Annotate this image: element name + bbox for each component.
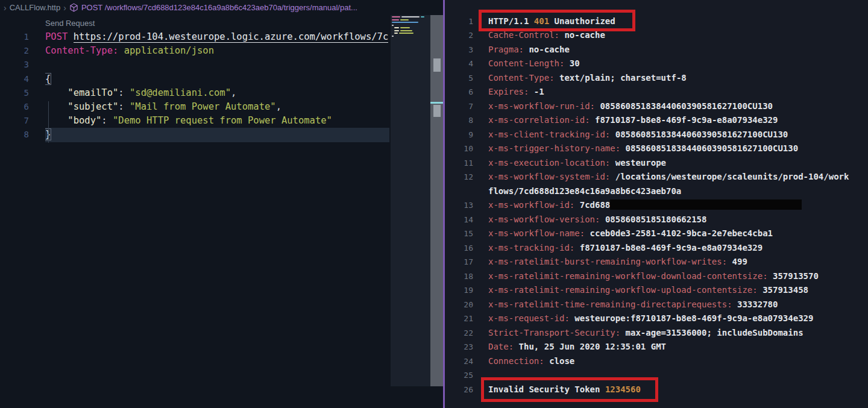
request-line[interactable]: 7 "body": "Demo HTTP request from Power …	[0, 114, 389, 128]
response-line: 15x-ms-workflow-name: cceb0de3-2581-4102…	[445, 227, 868, 241]
response-line: 14x-ms-workflow-version: 085860851851806…	[445, 213, 868, 227]
line-number: 14	[445, 213, 473, 227]
code-segment: westeurope:f8710187-b8e8-469f-9c9a-e8a07…	[574, 313, 813, 323]
minimap-mark	[399, 33, 414, 34]
request-editor-pane: › CALLFlow.http › POST /workflows/7cd688…	[0, 0, 443, 408]
breadcrumb-file[interactable]: CALLFlow.http	[10, 3, 61, 12]
vscode-editor-window: › CALLFlow.http › POST /workflows/7cd688…	[0, 0, 868, 408]
request-line[interactable]: 2Content-Type: application/json	[0, 44, 389, 58]
code-segment: 08586085183844060390581627100CU130	[615, 130, 788, 139]
response-line: 17x-ms-ratelimit-burst-remaining-workflo…	[445, 255, 868, 269]
minimap-line	[392, 36, 430, 37]
line-content: x-ms-workflow-name: cceb0de3-2581-4102-9…	[488, 227, 868, 241]
line-number: 12	[445, 170, 473, 184]
minimap-mark	[392, 22, 418, 23]
line-number: 20	[445, 298, 473, 312]
code-segment: x-ms-ratelimit-time-remaining-directapir…	[488, 300, 737, 309]
code-segment: x-ms-workflow-system-id:	[488, 172, 615, 181]
minimap[interactable]	[391, 15, 430, 386]
code-segment: {	[45, 74, 51, 84]
code-segment: text/plain; charset=utf-8	[559, 73, 687, 83]
code-segment: Cache-Control:	[488, 30, 564, 40]
line-content: x-ms-execution-location: westeurope	[488, 156, 868, 171]
request-line[interactable]: 6 "subject": "Mail from Power Automate",	[0, 100, 389, 114]
request-line[interactable]: 4{	[0, 72, 389, 86]
code-segment: Strict-Transport-Security:	[488, 328, 626, 337]
line-number: 6	[445, 85, 473, 99]
line-number: 3	[0, 58, 29, 72]
code-segment: x-ms-workflow-id:	[488, 200, 580, 210]
scrollbar-thumb[interactable]	[433, 105, 441, 117]
line-number: 8	[445, 113, 473, 128]
code-segment: f8710187-b8e8-469f-9c9a-e8a07934e329	[580, 243, 763, 253]
code-segment: :	[118, 87, 130, 98]
request-editor-body[interactable]: Send Request 1POST https://prod-104.west…	[0, 15, 389, 408]
minimap-mark	[392, 36, 394, 37]
line-number: 22	[445, 326, 473, 341]
code-segment: Expires:	[488, 87, 534, 96]
line-content: Strict-Transport-Security: max-age=31536…	[488, 326, 868, 341]
code-segment: -1	[534, 87, 544, 96]
code-segment: cceb0de3-2581-4102-9bca-2e7ebec4cba1	[590, 228, 773, 238]
breadcrumb-symbol[interactable]: POST /workflows/7cd688d123e84c16a9a8b6c4…	[81, 3, 357, 12]
line-content: Pragma: no-cache	[488, 43, 868, 57]
line-content: Connection: close	[488, 354, 868, 369]
code-segment: Connection:	[488, 356, 549, 366]
line-number: 2	[0, 44, 29, 58]
code-segment: no-cache	[529, 45, 569, 54]
code-segment: x-ms-trigger-history-name:	[488, 143, 626, 153]
code-segment: POST	[45, 31, 74, 42]
line-content: "emailTo": "sd@demiliani.com",	[45, 86, 389, 100]
code-segment: x-ms-correlation-id:	[488, 115, 595, 125]
line-content: x-ms-tracking-id: f8710187-b8e8-469f-9c9…	[488, 241, 868, 256]
redaction-bar	[610, 199, 802, 210]
request-code: 1POST https://prod-104.westeurope.logic.…	[0, 30, 389, 142]
minimap-mark	[394, 27, 399, 28]
code-segment: "body"	[68, 115, 101, 126]
code-segment: "emailTo"	[68, 87, 118, 98]
code-segment: Content-Length:	[488, 58, 570, 68]
line-content: "subject": "Mail from Power Automate",	[45, 100, 389, 114]
response-line: 9x-ms-client-tracking-id: 08586085183844…	[445, 128, 868, 142]
line-content: x-ms-ratelimit-time-remaining-directapir…	[488, 298, 868, 312]
line-content: x-ms-client-tracking-id: 085860851838440…	[488, 128, 868, 142]
response-line: 22Strict-Transport-Security: max-age=315…	[445, 326, 868, 341]
code-segment: x-ms-workflow-name:	[488, 228, 590, 238]
code-segment: 357913570	[773, 271, 819, 281]
line-content: Content-Length: 30	[488, 57, 868, 71]
line-number: 11	[445, 156, 473, 171]
code-segment: :	[118, 101, 130, 112]
line-content: x-ms-workflow-version: 08586085185180662…	[488, 213, 868, 227]
line-content: Expires: -1	[488, 85, 868, 99]
response-line: 5Content-Type: text/plain; charset=utf-8	[445, 71, 868, 86]
line-number: 7	[445, 99, 473, 114]
response-line: 21x-ms-request-id: westeurope:f8710187-b…	[445, 312, 868, 326]
code-segment: Content-Type:	[45, 45, 118, 56]
response-line: 3Pragma: no-cache	[445, 43, 868, 57]
line-content: x-ms-ratelimit-remaining-workflow-downlo…	[488, 269, 868, 284]
send-request-codelens[interactable]: Send Request	[0, 16, 389, 30]
line-number: 5	[0, 86, 29, 100]
code-segment: x-ms-request-id:	[488, 313, 574, 323]
code-segment: 08586085185180662158	[605, 215, 707, 224]
editor-scrollbar[interactable]	[430, 15, 443, 386]
breadcrumb: › CALLFlow.http › POST /workflows/7cd688…	[0, 0, 443, 15]
code-segment: 7cd688	[580, 200, 611, 210]
code-segment: x-ms-tracking-id:	[488, 243, 580, 253]
request-line[interactable]: 3	[0, 58, 389, 72]
request-line[interactable]: 8}	[0, 128, 389, 142]
line-number: 2	[445, 28, 473, 43]
code-segment: x-ms-ratelimit-burst-remaining-workflow-…	[488, 257, 732, 266]
code-segment: x-ms-ratelimit-remaining-workflow-upload…	[488, 285, 763, 295]
request-line[interactable]: 1POST https://prod-104.westeurope.logic.…	[0, 30, 389, 44]
line-number: 19	[445, 283, 473, 298]
request-line[interactable]: 5 "emailTo": "sd@demiliani.com",	[0, 86, 389, 100]
chevron-right-icon: ›	[63, 4, 66, 12]
line-number: 1	[0, 30, 29, 44]
minimap-mark	[394, 33, 398, 34]
scrollbar-thumb[interactable]	[433, 58, 441, 72]
code-segment: x-ms-execution-location:	[488, 158, 615, 168]
code-segment: https://prod-104.westeurope.logic.azure.…	[74, 31, 389, 43]
line-number: 13	[445, 198, 473, 213]
code-segment: f8710187-b8e8-469f-9c9a-e8a07934e329	[595, 115, 778, 125]
